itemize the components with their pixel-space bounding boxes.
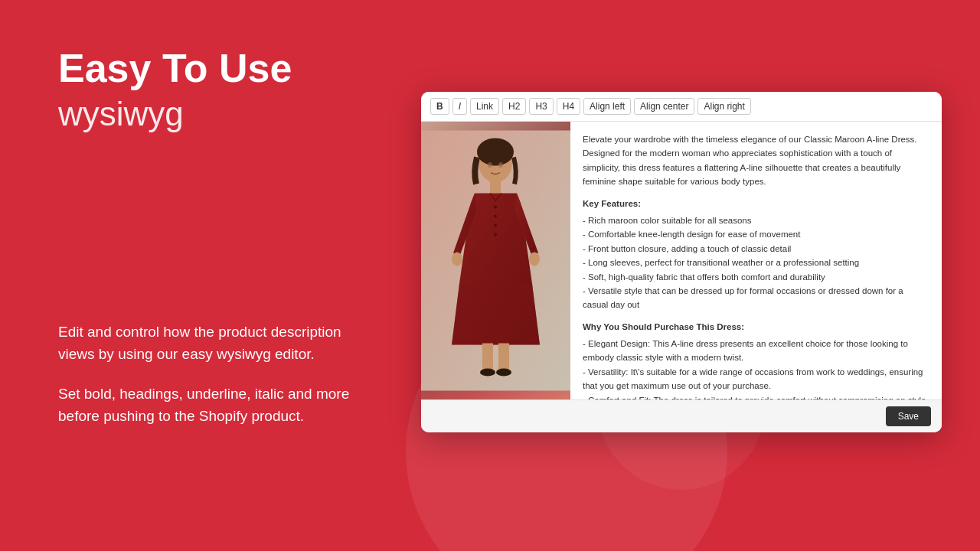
toolbar-h4-button[interactable]: H4 — [557, 98, 580, 115]
toolbar-h3-button[interactable]: H3 — [529, 98, 553, 115]
desc-text-2: Set bold, headings, underline, italic an… — [58, 383, 364, 427]
toolbar-align-center-button[interactable]: Align center — [634, 98, 694, 115]
svg-point-2 — [477, 139, 514, 166]
svg-rect-3 — [490, 181, 501, 194]
subtitle-wysiwyg: wysiwyg — [58, 95, 364, 133]
toolbar-link-button[interactable]: Link — [470, 98, 499, 115]
editor-panel: B I Link H2 H3 H4 Align left Align cente… — [421, 92, 942, 432]
svg-point-5 — [494, 215, 497, 218]
why-buy-text: - Elegant Design: This A-line dress pres… — [583, 337, 929, 399]
left-panel: Easy To Use wysiwyg — [58, 46, 364, 133]
product-image-svg — [421, 122, 570, 399]
svg-point-6 — [494, 224, 497, 227]
toolbar-bold-button[interactable]: B — [430, 98, 449, 115]
save-button[interactable]: Save — [886, 406, 931, 426]
desc-text-1: Edit and control how the product descrip… — [58, 321, 364, 365]
svg-point-14 — [488, 162, 492, 168]
editor-toolbar: B I Link H2 H3 H4 Align left Align cente… — [421, 92, 942, 122]
editor-body: Elevate your wardrobe with the timeless … — [421, 122, 942, 399]
svg-point-8 — [452, 253, 462, 266]
toolbar-h2-button[interactable]: H2 — [502, 98, 526, 115]
key-features-heading: Key Features: — [583, 197, 929, 210]
svg-rect-10 — [482, 344, 493, 370]
svg-point-13 — [496, 369, 511, 377]
svg-point-7 — [494, 233, 497, 236]
toolbar-align-left-button[interactable]: Align left — [583, 98, 631, 115]
svg-rect-11 — [498, 344, 509, 370]
description-block: Edit and control how the product descrip… — [58, 321, 364, 445]
why-buy-heading: Why You Should Purchase This Dress: — [583, 320, 929, 334]
svg-point-9 — [529, 253, 540, 266]
main-title: Easy To Use — [58, 46, 364, 92]
key-features-text: - Rich maroon color suitable for all sea… — [583, 214, 929, 312]
editor-footer: Save — [421, 399, 942, 432]
svg-point-4 — [494, 206, 497, 209]
product-image-container — [421, 122, 570, 399]
intro-text: Elevate your wardrobe with the timeless … — [583, 132, 929, 189]
svg-point-15 — [498, 162, 503, 168]
toolbar-italic-button[interactable]: I — [452, 98, 467, 115]
toolbar-align-right-button[interactable]: Align right — [697, 98, 750, 115]
svg-point-12 — [480, 369, 495, 377]
editor-content[interactable]: Elevate your wardrobe with the timeless … — [570, 122, 942, 399]
product-image — [421, 122, 570, 399]
